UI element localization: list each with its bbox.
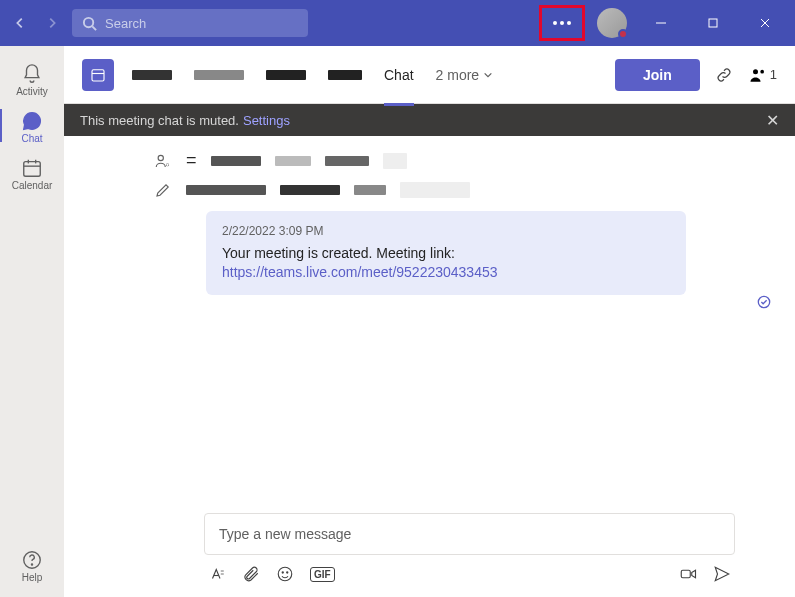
copy-link-button[interactable] — [710, 61, 738, 89]
chevron-down-icon — [483, 70, 493, 80]
people-icon — [748, 65, 768, 85]
banner-text: This meeting chat is muted. — [80, 113, 239, 128]
redacted-title — [194, 70, 244, 80]
rail-calendar[interactable]: Calendar — [0, 150, 64, 195]
nav-back-button[interactable] — [8, 11, 32, 35]
message-body: Your meeting is created. Meeting link: — [222, 244, 670, 264]
tab-chat[interactable]: Chat — [384, 61, 414, 89]
attach-button[interactable] — [242, 565, 260, 583]
search-input[interactable]: Search — [72, 9, 308, 37]
emoji-button[interactable] — [276, 565, 294, 583]
meeting-icon — [82, 59, 114, 91]
search-icon — [82, 16, 97, 31]
message-item: 2/22/2022 3:09 PM Your meeting is create… — [206, 211, 745, 295]
svg-point-0 — [84, 17, 93, 26]
svg-point-25 — [282, 572, 283, 573]
user-avatar[interactable] — [597, 8, 627, 38]
help-icon — [20, 548, 44, 572]
svg-rect-6 — [24, 162, 41, 177]
rail-calendar-label: Calendar — [12, 180, 53, 191]
window-maximize-button[interactable] — [691, 8, 735, 38]
meeting-edit-row — [154, 181, 745, 199]
compose-toolbar: GIF — [204, 555, 735, 583]
pencil-icon — [154, 181, 172, 199]
meeting-participants-row: = — [154, 150, 745, 171]
compose-placeholder: Type a new message — [219, 526, 351, 542]
message-bubble: 2/22/2022 3:09 PM Your meeting is create… — [206, 211, 686, 295]
banner-settings-link[interactable]: Settings — [243, 113, 290, 128]
rail-activity[interactable]: Activity — [0, 56, 64, 101]
main-content: Chat 2 more Join 1 This meeting chat is … — [64, 46, 795, 597]
tab-redacted-1[interactable] — [266, 64, 306, 86]
send-button[interactable] — [713, 565, 731, 583]
bell-icon — [20, 62, 44, 86]
rail-chat-label: Chat — [21, 133, 42, 144]
title-bar: Search — [0, 0, 795, 46]
svg-rect-3 — [709, 19, 717, 27]
svg-point-15 — [760, 69, 764, 73]
chat-header: Chat 2 more Join 1 — [64, 46, 795, 104]
join-button[interactable]: Join — [615, 59, 700, 91]
message-timestamp: 2/22/2022 3:09 PM — [222, 223, 670, 240]
nav-forward-button[interactable] — [40, 11, 64, 35]
settings-more-button[interactable] — [544, 9, 580, 37]
svg-point-26 — [287, 572, 288, 573]
svg-rect-27 — [681, 570, 690, 578]
muted-banner: This meeting chat is muted. Settings ✕ — [64, 104, 795, 136]
add-people-icon — [154, 152, 172, 170]
svg-point-14 — [753, 69, 758, 74]
svg-point-11 — [31, 564, 32, 565]
message-list: = 2/22/2022 3:09 PM Your meeting is crea… — [64, 136, 795, 505]
calendar-icon — [20, 156, 44, 180]
format-button[interactable] — [208, 565, 226, 583]
tab-strip: Chat 2 more — [132, 61, 493, 89]
compose-area: Type a new message GIF — [64, 505, 795, 597]
window-close-button[interactable] — [743, 8, 787, 38]
search-placeholder: Search — [105, 16, 146, 31]
banner-close-button[interactable]: ✕ — [766, 111, 779, 130]
svg-point-24 — [278, 567, 292, 581]
meeting-link[interactable]: https://teams.live.com/meet/952223043345… — [222, 264, 498, 280]
participants-button[interactable]: 1 — [748, 65, 777, 85]
rail-help[interactable]: Help — [0, 542, 64, 587]
svg-rect-12 — [92, 69, 104, 80]
sent-indicator-icon — [757, 295, 771, 313]
svg-point-18 — [158, 155, 163, 160]
presence-indicator — [618, 29, 628, 39]
redacted-title — [132, 70, 172, 80]
app-rail: Activity Chat Calendar Help — [0, 46, 64, 597]
meet-now-button[interactable] — [679, 565, 697, 583]
svg-marker-29 — [715, 567, 729, 581]
more-tabs-button[interactable]: 2 more — [436, 67, 494, 83]
gif-button[interactable]: GIF — [310, 567, 335, 582]
window-minimize-button[interactable] — [639, 8, 683, 38]
rail-help-label: Help — [22, 572, 43, 583]
settings-highlight — [539, 5, 585, 41]
rail-chat[interactable]: Chat — [0, 103, 64, 148]
chat-icon — [20, 109, 44, 133]
tab-redacted-2[interactable] — [328, 64, 362, 86]
svg-line-1 — [92, 26, 96, 30]
compose-input[interactable]: Type a new message — [204, 513, 735, 555]
svg-marker-28 — [692, 570, 696, 578]
rail-activity-label: Activity — [16, 86, 48, 97]
